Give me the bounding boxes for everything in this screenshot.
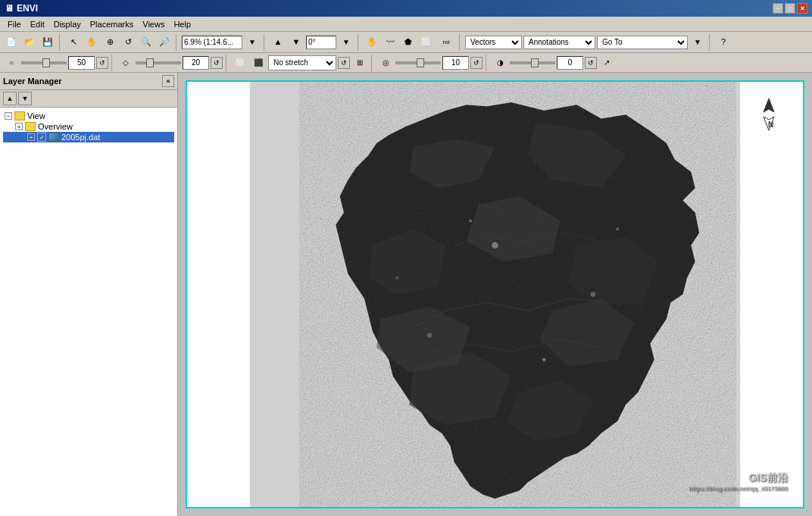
pan-mode-btn[interactable]: ✋: [364, 34, 380, 51]
sep7: [111, 55, 114, 71]
menu-help[interactable]: Help: [169, 18, 195, 30]
watermark-line2: https://blog.csdn.net/qq_43173808: [689, 485, 788, 492]
svg-marker-8: [764, 99, 774, 112]
layer-up-btn[interactable]: ▲: [3, 92, 17, 105]
tree-file-item[interactable]: + ✓ 2005pj.dat: [3, 132, 174, 142]
layer-manager-collapse[interactable]: «: [162, 75, 174, 87]
help-btn[interactable]: ?: [715, 34, 732, 51]
layer-controls: ▲ ▼: [0, 90, 177, 108]
menu-placemarks[interactable]: Placemarks: [86, 18, 138, 30]
file-expander[interactable]: +: [27, 133, 35, 141]
region-tool[interactable]: ⬜: [418, 34, 435, 51]
sharpness-thumb[interactable]: [146, 58, 154, 67]
view-expander[interactable]: −: [5, 112, 12, 120]
app-title: ENVI: [17, 3, 38, 14]
file-checkbox[interactable]: ✓: [37, 133, 46, 142]
menu-edit[interactable]: Edit: [26, 18, 49, 30]
zoom-in-tool[interactable]: 🔍: [138, 34, 155, 51]
svg-text:N: N: [768, 120, 773, 129]
brightness-track[interactable]: [395, 61, 441, 64]
layer-manager: Layer Manager « ▲ ▼ − View + Overview +: [0, 73, 178, 516]
brightness-refresh[interactable]: ↺: [470, 57, 483, 69]
layer-tree: − View + Overview + ✓ 2005pj.dat: [0, 108, 177, 516]
stretch-refresh[interactable]: ↺: [338, 57, 350, 69]
menu-file[interactable]: File: [3, 18, 26, 30]
svg-point-5: [469, 219, 472, 222]
close-button[interactable]: ✕: [797, 3, 807, 14]
export-btn[interactable]: ↗: [598, 55, 615, 71]
zoom-input[interactable]: [182, 36, 242, 49]
maximize-button[interactable]: □: [785, 3, 795, 14]
contrast-track[interactable]: [510, 61, 555, 64]
brightness-slider-container[interactable]: [395, 61, 441, 64]
goto-btn[interactable]: ▼: [689, 34, 706, 51]
goto-dropdown[interactable]: Go To: [597, 36, 688, 49]
stretch-icon2: ⬛: [250, 55, 267, 71]
line-tool[interactable]: ⬟: [400, 34, 417, 51]
zoom-dropdown-btn[interactable]: ▼: [244, 34, 261, 51]
main-area: Layer Manager « ▲ ▼ − View + Overview +: [0, 73, 812, 516]
toolbar2: ○ ↺ ◇ ↺ ⬜ ⬛ No stretch Linear Gaussian E…: [0, 53, 812, 73]
svg-point-1: [492, 242, 498, 249]
opacity-refresh[interactable]: ↺: [96, 57, 108, 69]
target-tool[interactable]: ⊕: [102, 34, 118, 51]
opacity-track[interactable]: [21, 61, 67, 64]
stretch-dropdown[interactable]: No stretch Linear Gaussian Equalization …: [268, 55, 336, 70]
sep3: [264, 34, 267, 51]
opacity-thumb[interactable]: [42, 58, 50, 67]
contrast-thumb[interactable]: [531, 58, 539, 67]
svg-point-3: [427, 333, 432, 337]
roi-btn[interactable]: roi: [436, 34, 456, 51]
brightness-icon: ◎: [377, 55, 394, 71]
contrast-icon: ◑: [492, 55, 508, 71]
rotation-dropdown[interactable]: ▼: [338, 34, 354, 51]
new-button[interactable]: 📄: [3, 34, 20, 51]
annotations-dropdown[interactable]: Annotations: [523, 36, 595, 49]
pan-tool[interactable]: ✋: [83, 34, 100, 51]
window-controls: ─ □ ✕: [773, 3, 807, 14]
sep8: [226, 55, 229, 71]
file-raster-icon: [48, 133, 59, 142]
opacity-input[interactable]: [68, 56, 95, 70]
brightness-thumb[interactable]: [417, 58, 424, 67]
sharpness-input[interactable]: [183, 56, 209, 70]
zoom-out-tool[interactable]: 🔎: [156, 34, 173, 51]
sharpness-refresh[interactable]: ↺: [211, 57, 223, 69]
sep9: [371, 55, 374, 71]
select-tool[interactable]: ↖: [65, 34, 82, 51]
opacity-slider-container[interactable]: [21, 61, 67, 64]
minimize-button[interactable]: ─: [773, 3, 783, 14]
refresh-tool[interactable]: ↺: [120, 34, 136, 51]
sep10: [486, 55, 489, 71]
brightness-input[interactable]: [442, 56, 469, 70]
svg-point-6: [616, 227, 619, 230]
view-folder-icon: [14, 111, 25, 120]
menu-views[interactable]: Views: [138, 18, 169, 30]
sharpness-icon: ◇: [117, 55, 134, 71]
overview-folder-icon: [25, 122, 36, 131]
tree-view-item[interactable]: − View: [3, 111, 174, 121]
contrast-input[interactable]: [557, 56, 583, 70]
vectors-dropdown[interactable]: Vectors: [465, 36, 522, 49]
sharpness-track[interactable]: [136, 61, 181, 64]
contrast-refresh[interactable]: ↺: [585, 57, 597, 69]
file-label: 2005pj.dat: [61, 133, 100, 142]
menu-display[interactable]: Display: [49, 18, 86, 30]
tree-overview-item[interactable]: + Overview: [3, 121, 174, 132]
view-label: View: [27, 111, 45, 120]
overview-expander[interactable]: +: [15, 123, 23, 130]
fly-mode-btn[interactable]: 〰: [382, 34, 398, 51]
view-area[interactable]: N GIS前沿 https://blog.csdn.net/qq_4317380…: [178, 73, 812, 516]
stretch-apply[interactable]: ⊞: [351, 55, 368, 71]
contrast-slider-container[interactable]: [510, 61, 555, 64]
nav-down[interactable]: ▼: [288, 34, 304, 51]
overview-label: Overview: [38, 122, 73, 131]
rotation-input[interactable]: [306, 36, 336, 49]
svg-point-2: [591, 292, 595, 296]
open-button[interactable]: 📂: [21, 34, 38, 51]
layer-down-btn[interactable]: ▼: [18, 92, 32, 105]
sharpness-slider-container[interactable]: [136, 61, 181, 64]
save-button[interactable]: 💾: [39, 34, 56, 51]
sep6: [709, 34, 712, 51]
nav-up[interactable]: ▲: [270, 34, 286, 51]
